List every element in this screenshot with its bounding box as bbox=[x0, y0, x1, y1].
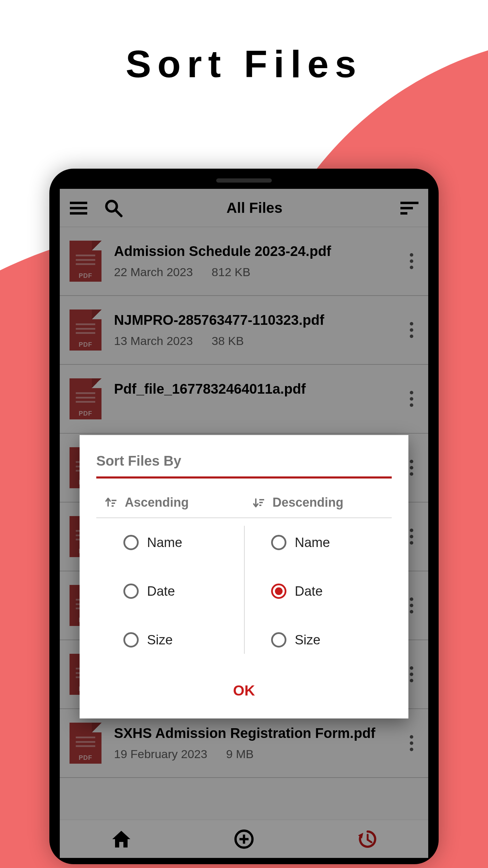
svg-rect-19 bbox=[259, 505, 261, 506]
svg-rect-14 bbox=[112, 500, 116, 501]
option-label: Name bbox=[147, 535, 182, 550]
sort-ascending-icon bbox=[105, 496, 117, 509]
svg-rect-18 bbox=[259, 502, 263, 503]
promo-title: Sort Files bbox=[0, 0, 488, 86]
radio-icon bbox=[271, 535, 286, 550]
sort-desc-size[interactable]: Size bbox=[244, 616, 392, 664]
descending-header: Descending bbox=[244, 488, 392, 518]
sort-asc-date[interactable]: Date bbox=[96, 567, 244, 616]
option-label: Size bbox=[147, 633, 173, 648]
phone-speaker bbox=[216, 178, 272, 183]
descending-column: Descending Name Date Size bbox=[244, 488, 392, 664]
descending-label: Descending bbox=[273, 495, 343, 510]
sort-desc-name[interactable]: Name bbox=[244, 518, 392, 567]
phone-screen: All Files PDF Admission Schedule 2023-24… bbox=[60, 189, 428, 858]
sort-asc-name[interactable]: Name bbox=[96, 518, 244, 567]
dialog-divider bbox=[96, 476, 392, 479]
radio-icon bbox=[123, 584, 139, 599]
phone-frame: All Files PDF Admission Schedule 2023-24… bbox=[49, 169, 439, 864]
option-label: Size bbox=[295, 633, 320, 648]
option-label: Date bbox=[147, 584, 175, 599]
ascending-label: Ascending bbox=[125, 495, 189, 510]
sort-dialog: Sort Files By Ascending Name Date bbox=[80, 435, 408, 718]
svg-rect-17 bbox=[259, 499, 264, 500]
radio-icon bbox=[123, 632, 139, 648]
option-label: Name bbox=[295, 535, 330, 550]
dialog-title: Sort Files By bbox=[96, 453, 392, 469]
svg-rect-15 bbox=[112, 503, 115, 504]
sort-desc-date[interactable]: Date bbox=[244, 567, 392, 616]
sort-asc-size[interactable]: Size bbox=[96, 616, 244, 664]
radio-icon bbox=[271, 584, 286, 599]
ascending-header: Ascending bbox=[96, 488, 244, 518]
ascending-column: Ascending Name Date Size bbox=[96, 488, 244, 664]
option-label: Date bbox=[295, 584, 323, 599]
radio-icon bbox=[123, 535, 139, 550]
radio-icon bbox=[271, 632, 286, 648]
sort-descending-icon bbox=[253, 496, 265, 509]
svg-rect-16 bbox=[112, 505, 114, 507]
ok-button[interactable]: OK bbox=[96, 664, 392, 706]
